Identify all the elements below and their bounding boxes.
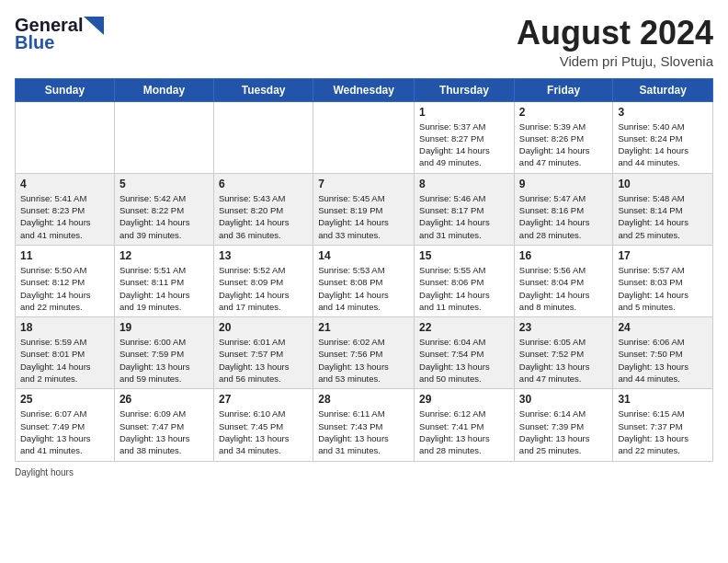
day-number: 9 bbox=[519, 178, 609, 190]
day-number: 2 bbox=[519, 106, 609, 119]
table-row: 12Sunrise: 5:51 AMSunset: 8:11 PMDayligh… bbox=[114, 245, 213, 316]
calendar-week-row: 18Sunrise: 5:59 AMSunset: 8:01 PMDayligh… bbox=[16, 317, 713, 389]
table-row: 13Sunrise: 5:52 AMSunset: 8:09 PMDayligh… bbox=[213, 245, 313, 316]
day-number: 15 bbox=[419, 249, 509, 262]
table-row bbox=[16, 101, 115, 173]
table-row: 25Sunrise: 6:07 AMSunset: 7:49 PMDayligh… bbox=[16, 389, 115, 461]
table-row: 20Sunrise: 6:01 AMSunset: 7:57 PMDayligh… bbox=[213, 317, 313, 389]
day-number: 13 bbox=[219, 249, 308, 262]
day-info: Sunrise: 6:06 AMSunset: 7:50 PMDaylight:… bbox=[618, 336, 708, 385]
title-block: August 2024 Videm pri Ptuju, Slovenia bbox=[517, 15, 713, 69]
col-friday: Friday bbox=[514, 78, 613, 101]
table-row: 31Sunrise: 6:15 AMSunset: 7:37 PMDayligh… bbox=[613, 389, 713, 461]
table-row bbox=[313, 101, 415, 173]
table-row: 18Sunrise: 5:59 AMSunset: 8:01 PMDayligh… bbox=[16, 317, 115, 389]
day-info: Sunrise: 6:09 AMSunset: 7:47 PMDaylight:… bbox=[119, 408, 209, 456]
table-row: 23Sunrise: 6:05 AMSunset: 7:52 PMDayligh… bbox=[514, 317, 613, 389]
table-row: 5Sunrise: 5:42 AMSunset: 8:22 PMDaylight… bbox=[114, 173, 213, 245]
table-row: 29Sunrise: 6:12 AMSunset: 7:41 PMDayligh… bbox=[415, 389, 515, 461]
table-row: 8Sunrise: 5:46 AMSunset: 8:17 PMDaylight… bbox=[415, 173, 515, 245]
logo: General Blue bbox=[15, 15, 104, 53]
day-number: 26 bbox=[119, 393, 209, 406]
header: General Blue August 2024 Videm pri Ptuju… bbox=[15, 15, 713, 69]
day-info: Sunrise: 6:12 AMSunset: 7:41 PMDaylight:… bbox=[419, 408, 509, 456]
calendar-week-row: 25Sunrise: 6:07 AMSunset: 7:49 PMDayligh… bbox=[16, 389, 713, 461]
day-number: 28 bbox=[318, 393, 409, 406]
day-info: Sunrise: 5:51 AMSunset: 8:11 PMDaylight:… bbox=[119, 264, 209, 313]
day-info: Sunrise: 5:59 AMSunset: 8:01 PMDaylight:… bbox=[20, 336, 109, 385]
table-row: 1Sunrise: 5:37 AMSunset: 8:27 PMDaylight… bbox=[415, 101, 515, 173]
table-row bbox=[114, 101, 213, 173]
day-number: 21 bbox=[318, 321, 409, 334]
day-info: Sunrise: 5:48 AMSunset: 8:14 PMDaylight:… bbox=[618, 192, 708, 241]
day-info: Sunrise: 5:47 AMSunset: 8:16 PMDaylight:… bbox=[519, 192, 609, 241]
calendar: Sunday Monday Tuesday Wednesday Thursday… bbox=[15, 78, 713, 462]
day-number: 25 bbox=[20, 393, 109, 406]
col-sunday: Sunday bbox=[16, 78, 115, 101]
table-row: 17Sunrise: 5:57 AMSunset: 8:03 PMDayligh… bbox=[613, 245, 713, 316]
day-info: Sunrise: 5:41 AMSunset: 8:23 PMDaylight:… bbox=[20, 192, 109, 241]
day-number: 5 bbox=[119, 178, 209, 190]
col-thursday: Thursday bbox=[415, 78, 515, 101]
day-number: 1 bbox=[419, 106, 509, 119]
day-number: 19 bbox=[119, 321, 209, 334]
calendar-week-row: 4Sunrise: 5:41 AMSunset: 8:23 PMDaylight… bbox=[16, 173, 713, 245]
table-row: 4Sunrise: 5:41 AMSunset: 8:23 PMDaylight… bbox=[16, 173, 115, 245]
table-row: 7Sunrise: 5:45 AMSunset: 8:19 PMDaylight… bbox=[313, 173, 415, 245]
day-info: Sunrise: 5:53 AMSunset: 8:08 PMDaylight:… bbox=[318, 264, 409, 313]
location: Videm pri Ptuju, Slovenia bbox=[517, 53, 713, 69]
table-row bbox=[213, 101, 313, 173]
table-row: 26Sunrise: 6:09 AMSunset: 7:47 PMDayligh… bbox=[114, 389, 213, 461]
day-number: 11 bbox=[20, 249, 109, 262]
day-info: Sunrise: 5:40 AMSunset: 8:24 PMDaylight:… bbox=[618, 121, 708, 169]
day-number: 14 bbox=[318, 249, 409, 262]
day-number: 7 bbox=[318, 178, 409, 190]
day-number: 18 bbox=[20, 321, 109, 334]
day-number: 17 bbox=[618, 249, 708, 262]
day-info: Sunrise: 6:14 AMSunset: 7:39 PMDaylight:… bbox=[519, 408, 609, 456]
day-number: 29 bbox=[419, 393, 509, 406]
day-number: 24 bbox=[618, 321, 708, 334]
day-info: Sunrise: 5:52 AMSunset: 8:09 PMDaylight:… bbox=[219, 264, 308, 313]
table-row: 14Sunrise: 5:53 AMSunset: 8:08 PMDayligh… bbox=[313, 245, 415, 316]
day-info: Sunrise: 6:01 AMSunset: 7:57 PMDaylight:… bbox=[219, 336, 308, 385]
col-saturday: Saturday bbox=[613, 78, 713, 101]
day-info: Sunrise: 5:39 AMSunset: 8:26 PMDaylight:… bbox=[519, 121, 609, 169]
table-row: 11Sunrise: 5:50 AMSunset: 8:12 PMDayligh… bbox=[16, 245, 115, 316]
day-number: 22 bbox=[419, 321, 509, 334]
footer-note: Daylight hours bbox=[15, 467, 713, 477]
calendar-week-row: 11Sunrise: 5:50 AMSunset: 8:12 PMDayligh… bbox=[16, 245, 713, 316]
day-info: Sunrise: 5:56 AMSunset: 8:04 PMDaylight:… bbox=[519, 264, 609, 313]
day-number: 8 bbox=[419, 178, 509, 190]
day-info: Sunrise: 6:11 AMSunset: 7:43 PMDaylight:… bbox=[318, 408, 409, 456]
day-info: Sunrise: 5:57 AMSunset: 8:03 PMDaylight:… bbox=[618, 264, 708, 313]
page: General Blue August 2024 Videm pri Ptuju… bbox=[0, 0, 728, 563]
day-info: Sunrise: 6:15 AMSunset: 7:37 PMDaylight:… bbox=[618, 408, 708, 456]
day-info: Sunrise: 5:55 AMSunset: 8:06 PMDaylight:… bbox=[419, 264, 509, 313]
daylight-label: Daylight hours bbox=[15, 467, 74, 477]
day-number: 4 bbox=[20, 178, 109, 190]
day-number: 3 bbox=[618, 106, 708, 119]
table-row: 30Sunrise: 6:14 AMSunset: 7:39 PMDayligh… bbox=[514, 389, 613, 461]
day-number: 10 bbox=[618, 178, 708, 190]
day-number: 6 bbox=[219, 178, 308, 190]
day-info: Sunrise: 6:05 AMSunset: 7:52 PMDaylight:… bbox=[519, 336, 609, 385]
day-info: Sunrise: 5:42 AMSunset: 8:22 PMDaylight:… bbox=[119, 192, 209, 241]
day-number: 16 bbox=[519, 249, 609, 262]
day-info: Sunrise: 5:50 AMSunset: 8:12 PMDaylight:… bbox=[20, 264, 109, 313]
day-info: Sunrise: 6:07 AMSunset: 7:49 PMDaylight:… bbox=[20, 408, 109, 456]
table-row: 19Sunrise: 6:00 AMSunset: 7:59 PMDayligh… bbox=[114, 317, 213, 389]
day-info: Sunrise: 5:45 AMSunset: 8:19 PMDaylight:… bbox=[318, 192, 409, 241]
col-wednesday: Wednesday bbox=[313, 78, 415, 101]
day-info: Sunrise: 6:10 AMSunset: 7:45 PMDaylight:… bbox=[219, 408, 308, 456]
table-row: 27Sunrise: 6:10 AMSunset: 7:45 PMDayligh… bbox=[213, 389, 313, 461]
calendar-week-row: 1Sunrise: 5:37 AMSunset: 8:27 PMDaylight… bbox=[16, 101, 713, 173]
table-row: 22Sunrise: 6:04 AMSunset: 7:54 PMDayligh… bbox=[415, 317, 515, 389]
table-row: 3Sunrise: 5:40 AMSunset: 8:24 PMDaylight… bbox=[613, 101, 713, 173]
day-number: 30 bbox=[519, 393, 609, 406]
day-info: Sunrise: 5:46 AMSunset: 8:17 PMDaylight:… bbox=[419, 192, 509, 241]
day-number: 23 bbox=[519, 321, 609, 334]
table-row: 10Sunrise: 5:48 AMSunset: 8:14 PMDayligh… bbox=[613, 173, 713, 245]
calendar-header-row: Sunday Monday Tuesday Wednesday Thursday… bbox=[16, 78, 713, 101]
table-row: 15Sunrise: 5:55 AMSunset: 8:06 PMDayligh… bbox=[415, 245, 515, 316]
